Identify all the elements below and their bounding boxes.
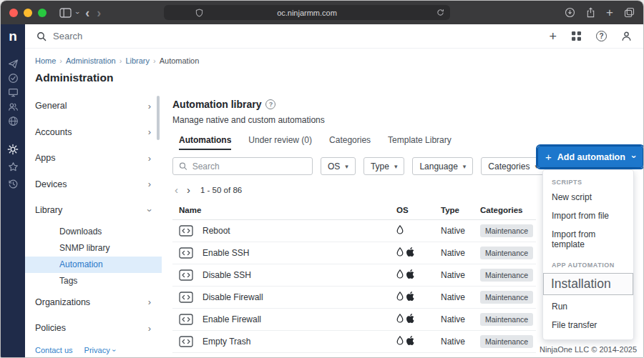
tasks-check-icon[interactable] xyxy=(8,73,19,84)
language-filter-dropdown[interactable]: Language ▾ xyxy=(412,157,473,175)
breadcrumb-home[interactable]: Home xyxy=(35,56,56,65)
table-row[interactable]: Reboot Native Maintenance xyxy=(172,220,536,242)
menu-section-app-automation: APP AUTOMATION xyxy=(543,257,633,271)
info-icon[interactable]: ? xyxy=(265,99,275,109)
chrome-actions: + xyxy=(565,6,635,19)
type-filter-dropdown[interactable]: Type ▾ xyxy=(364,157,405,175)
tabs-overview-icon[interactable] xyxy=(624,7,635,18)
menu-item-import-from-file[interactable]: Import from file xyxy=(543,207,633,225)
breadcrumb-administration[interactable]: Administration xyxy=(66,56,116,65)
linux-icon xyxy=(396,292,404,303)
menu-item-run[interactable]: Run xyxy=(543,297,633,316)
user-profile-icon[interactable] xyxy=(621,31,632,41)
tab-template-library[interactable]: Template Library xyxy=(388,135,452,150)
chevron-right-icon: › xyxy=(148,101,151,111)
sidebar-item-tags[interactable]: Tags xyxy=(25,273,162,289)
sidebar-item-downloads[interactable]: Downloads xyxy=(25,224,162,240)
header-actions: + ? xyxy=(549,30,632,43)
table-row[interactable]: Enable SSH Native Maintenance xyxy=(172,242,536,264)
privacy-link[interactable]: Privacy › xyxy=(84,346,115,354)
menu-item-new-script[interactable]: New script xyxy=(543,188,633,207)
sidebar-item-general[interactable]: General › xyxy=(25,93,162,119)
url-bar[interactable]: oc.ninjarmm.com xyxy=(164,5,450,20)
category-badge: Maintenance xyxy=(480,269,533,282)
section-title-row: Automation library ? xyxy=(172,99,643,110)
back-button[interactable]: ‹ xyxy=(85,6,89,19)
category-badge: Maintenance xyxy=(480,291,533,304)
categories-filter-dropdown[interactable]: Categories ▾ xyxy=(481,157,545,175)
chevron-down-icon[interactable]: › xyxy=(74,11,81,14)
add-automation-label: Add automation xyxy=(557,152,625,162)
sidebar-item-automation[interactable]: Automation xyxy=(25,257,162,273)
automation-type: Native xyxy=(441,226,480,236)
sidebar-item-devices[interactable]: Devices › xyxy=(25,171,162,198)
help-icon[interactable]: ? xyxy=(596,31,607,41)
minimize-button[interactable] xyxy=(24,9,32,17)
breadcrumb-separator: › xyxy=(59,56,62,65)
sidebar-toggle-icon[interactable] xyxy=(59,8,72,18)
automation-type: Native xyxy=(441,248,480,258)
search-icon xyxy=(179,161,187,171)
pagination-range: 1 - 50 of 86 xyxy=(200,186,242,194)
quick-add-icon[interactable]: + xyxy=(549,30,557,43)
users-icon[interactable] xyxy=(8,101,19,112)
script-icon xyxy=(179,225,193,237)
table-row[interactable]: Disable SSH Native Maintenance xyxy=(172,264,536,287)
reload-icon[interactable] xyxy=(436,9,444,16)
ninjaone-logo[interactable]: n xyxy=(1,24,25,49)
column-type: Type xyxy=(441,206,480,214)
global-search[interactable]: Search xyxy=(36,31,82,41)
tab-under-review[interactable]: Under review (0) xyxy=(248,135,312,150)
add-automation-button[interactable]: + Add automation › xyxy=(537,146,643,168)
contact-us-link[interactable]: Contact us xyxy=(35,346,73,354)
table-row[interactable]: Empty Trash Native Maintenance xyxy=(172,331,536,353)
sidebar-item-policies[interactable]: Policies › xyxy=(25,315,162,342)
devices-icon[interactable] xyxy=(8,87,19,98)
downloads-icon[interactable] xyxy=(565,7,575,18)
global-search-label: Search xyxy=(53,31,82,41)
automation-name: Enable Firewall xyxy=(203,314,261,324)
apps-grid-icon[interactable] xyxy=(571,31,582,41)
automation-type: Native xyxy=(441,337,480,347)
chevron-down-icon: › xyxy=(144,209,155,212)
sidebar-item-snmp-library[interactable]: SNMP library xyxy=(25,240,162,257)
table-row[interactable]: Disable Firewall Native Maintenance xyxy=(172,287,536,309)
library-search-input[interactable] xyxy=(192,161,306,171)
sidebar-item-organizations[interactable]: Organizations › xyxy=(25,289,162,316)
sidebar-item-library[interactable]: Library › xyxy=(25,197,162,224)
tab-automations[interactable]: Automations xyxy=(179,135,231,150)
linux-icon xyxy=(396,225,404,237)
history-icon[interactable] xyxy=(8,179,19,189)
sidebar-item-accounts[interactable]: Accounts › xyxy=(25,119,162,146)
os-filter-label: OS xyxy=(328,161,340,171)
favorites-star-icon[interactable] xyxy=(8,161,19,172)
chevron-right-icon: › xyxy=(148,323,151,334)
close-button[interactable] xyxy=(9,9,18,17)
sidebar-item-apps[interactable]: Apps › xyxy=(25,145,162,171)
rail-bottom-group xyxy=(7,144,19,189)
forward-button[interactable]: › xyxy=(97,6,101,19)
sidebar-scrollbar[interactable] xyxy=(157,96,160,140)
chevron-down-icon: › xyxy=(628,155,639,158)
window-controls xyxy=(9,9,47,17)
share-icon[interactable] xyxy=(586,7,595,18)
next-page-button[interactable]: › xyxy=(187,184,190,195)
os-filter-dropdown[interactable]: OS ▾ xyxy=(321,157,356,175)
apple-icon xyxy=(406,269,414,281)
menu-item-file-transfer[interactable]: File transfer xyxy=(543,316,633,334)
browser-window: › ‹ › oc.ninjarmm.com + xyxy=(0,0,644,358)
tab-categories[interactable]: Categories xyxy=(329,135,371,150)
menu-item-installation[interactable]: Installation xyxy=(543,273,633,295)
menu-item-import-from-template[interactable]: Import from template xyxy=(543,225,633,254)
send-icon[interactable] xyxy=(8,59,19,69)
prev-page-button[interactable]: ‹ xyxy=(175,184,178,195)
network-globe-icon[interactable] xyxy=(8,116,19,126)
breadcrumb-library[interactable]: Library xyxy=(125,56,150,65)
script-icon xyxy=(179,314,193,325)
settings-gear-icon[interactable] xyxy=(7,144,19,155)
table-row[interactable]: Enable Firewall Native Maintenance xyxy=(172,309,536,331)
column-name: Name xyxy=(172,206,396,214)
new-tab-icon[interactable]: + xyxy=(606,6,613,19)
table-header: Name OS Type Categories xyxy=(172,201,536,220)
zoom-button[interactable] xyxy=(38,9,47,17)
